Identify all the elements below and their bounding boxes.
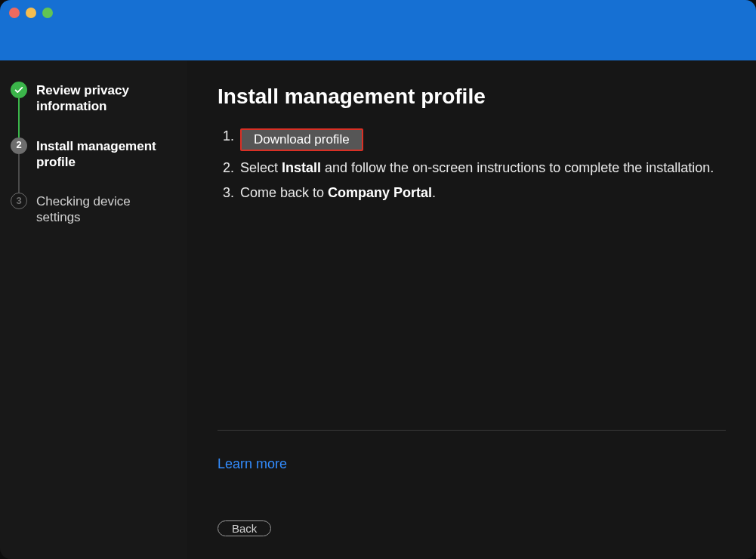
- step-number-badge: 3: [11, 193, 27, 209]
- window-controls: [9, 8, 53, 18]
- main-panel: Install management profile 1. Download p…: [187, 60, 756, 559]
- fullscreen-window-button[interactable]: [42, 8, 53, 18]
- learn-more-row: Learn more: [218, 456, 726, 472]
- footer: Back: [218, 520, 726, 536]
- checkmark-icon: [11, 82, 27, 98]
- connector-line: [18, 98, 20, 137]
- download-profile-button[interactable]: Download profile: [240, 128, 363, 151]
- list-number: 3.: [218, 185, 234, 201]
- list-number: 1.: [218, 128, 234, 151]
- divider: [218, 430, 726, 431]
- instruction-item-3: 3. Come back to Company Portal.: [218, 181, 726, 205]
- instruction-item-2: 2. Select Install and follow the on-scre…: [218, 156, 726, 181]
- instruction-list: 1. Download profile 2. Select Install an…: [218, 124, 726, 205]
- list-number: 2.: [218, 160, 234, 176]
- instruction-text: Select Install and follow the on-screen …: [240, 160, 714, 176]
- sidebar: Review privacy information 2 Install man…: [0, 60, 187, 559]
- step-label: Review privacy information: [36, 82, 175, 115]
- content: Review privacy information 2 Install man…: [0, 60, 756, 559]
- step-label: Checking device settings: [36, 193, 175, 226]
- learn-more-link[interactable]: Learn more: [218, 456, 287, 471]
- titlebar: [0, 0, 756, 60]
- step-install-profile: 2 Install management profile: [11, 137, 175, 193]
- step-label: Install management profile: [36, 137, 175, 171]
- instruction-text: Come back to Company Portal.: [240, 185, 436, 201]
- steps-list: Review privacy information 2 Install man…: [11, 82, 175, 226]
- step-checking-settings: 3 Checking device settings: [11, 193, 175, 226]
- instruction-item-1: 1. Download profile: [218, 124, 726, 156]
- back-button[interactable]: Back: [218, 520, 271, 536]
- step-review-privacy: Review privacy information: [11, 82, 175, 137]
- connector-line: [18, 154, 20, 193]
- close-window-button[interactable]: [9, 8, 20, 18]
- minimize-window-button[interactable]: [26, 8, 36, 18]
- step-number-badge: 2: [11, 137, 27, 154]
- page-title: Install management profile: [218, 85, 726, 109]
